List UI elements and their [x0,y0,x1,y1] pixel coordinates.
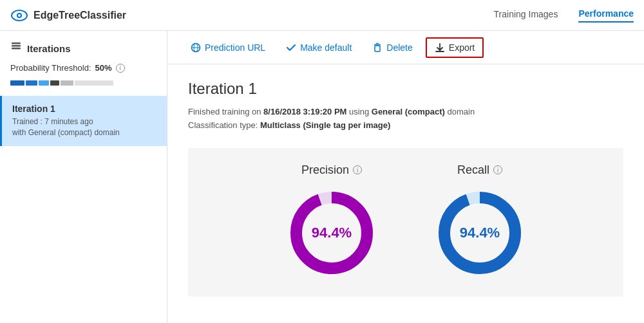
info-line1: Finished training on 8/16/2018 3:19:20 P… [188,106,623,119]
recall-label-row: Recall i [457,163,502,177]
metrics-area: Precision i 94.4% [188,148,623,297]
toolbar: Prediction URL Make default Delete [167,31,644,64]
svg-rect-3 [12,45,21,47]
info-prefix1: Finished training on [188,107,263,116]
precision-card: Precision i 94.4% [283,163,380,281]
sidebar-header: Iterations [0,31,167,60]
info-icon-recall[interactable]: i [493,165,502,174]
content-area: Prediction URL Make default Delete [167,31,644,323]
precision-label: Precision [301,163,349,177]
delete-label: Delete [386,42,412,53]
bar-seg-1 [10,80,24,86]
iteration-item-title: Iteration 1 [12,104,156,114]
app-title: EdgeTreeClassifier [33,10,126,21]
probability-threshold: Probability Threshold: 50% i [0,60,167,80]
svg-rect-9 [375,46,380,51]
header-nav: Training Images Performance [494,8,634,23]
info-icon-threshold[interactable]: i [116,64,125,73]
sidebar: Iterations Probability Threshold: 50% i … [0,31,167,323]
export-label: Export [449,42,475,53]
recall-value: 94.4% [460,225,500,241]
info-domain-suffix: domain [445,107,475,116]
page-content: Iteration 1 Finished training on 8/16/20… [167,64,644,323]
nav-training-images[interactable]: Training Images [494,9,558,22]
sidebar-title: Iterations [27,43,71,54]
delete-icon [372,42,383,53]
bar-seg-3 [39,80,49,86]
iteration-info: Finished training on 8/16/2018 3:19:20 P… [188,106,623,133]
logo-icon [10,6,28,24]
recall-donut: 94.4% [431,185,528,281]
svg-point-2 [18,14,21,17]
iteration-list-item[interactable]: Iteration 1 Trained : 7 minutes ago with… [0,96,167,146]
make-default-label: Make default [300,42,352,53]
iteration-item-line2: with General (compact) domain [12,127,156,138]
probability-threshold-label: Probability Threshold: [10,63,91,73]
bar-seg-5 [61,80,73,86]
info-classification-type: Multiclass (Single tag per image) [260,120,390,130]
info-date: 8/16/2018 3:19:20 PM [263,107,346,116]
prediction-url-label: Prediction URL [205,42,265,53]
svg-rect-4 [12,48,21,50]
nav-performance[interactable]: Performance [578,8,634,23]
info-classification-prefix: Classification type: [188,120,260,130]
info-line2: Classification type: Multiclass (Single … [188,119,623,133]
probability-threshold-value: 50% [95,63,112,73]
delete-button[interactable]: Delete [365,39,420,57]
info-icon-precision[interactable]: i [353,165,362,174]
svg-rect-5 [12,42,21,44]
precision-value: 94.4% [312,225,352,241]
precision-label-row: Precision i [301,163,362,177]
make-default-button[interactable]: Make default [278,39,359,57]
bar-seg-2 [26,80,37,86]
export-icon [435,42,445,53]
bar-seg-4 [50,80,59,86]
main-layout: Iterations Probability Threshold: 50% i … [0,31,644,323]
recall-card: Recall i 94.4% [431,163,528,281]
checkmark-icon [286,42,296,53]
info-suffix1: using [346,107,371,116]
globe-icon [191,42,201,53]
threshold-bar [0,80,167,96]
info-domain: General (compact) [372,107,445,116]
prediction-url-button[interactable]: Prediction URL [183,39,273,57]
header-logo: EdgeTreeClassifier [10,6,494,24]
precision-donut: 94.4% [283,185,380,281]
recall-label: Recall [457,163,489,177]
iterations-icon [10,41,22,55]
export-button[interactable]: Export [426,37,484,58]
header: EdgeTreeClassifier Training Images Perfo… [0,0,644,31]
iteration-item-line1: Trained : 7 minutes ago [12,116,156,127]
iteration-page-title: Iteration 1 [188,80,623,98]
bar-seg-6 [75,80,113,86]
